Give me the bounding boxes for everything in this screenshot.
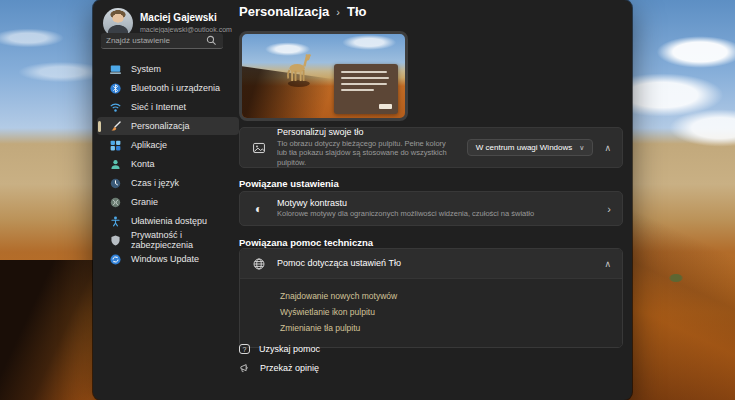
sidebar-item-accessibility[interactable]: Ułatwienia dostępu — [97, 212, 239, 230]
sidebar-item-gaming[interactable]: Granie — [97, 193, 239, 211]
desktop-wallpaper-bush — [669, 274, 683, 282]
sidebar-item-label: Personalizacja — [131, 121, 190, 131]
privacy-icon — [109, 234, 122, 247]
breadcrumb: Personalizacja › Tło — [239, 4, 367, 19]
collapse-chevron-icon[interactable]: ∧ — [604, 143, 611, 153]
gaming-icon — [109, 196, 122, 209]
help-link-find-themes[interactable]: Znajdowanie nowych motywów — [280, 291, 610, 301]
sidebar-item-personalization[interactable]: Personalizacja — [97, 117, 239, 135]
breadcrumb-separator-icon: › — [336, 6, 340, 18]
help-bubble-icon: ? — [239, 344, 250, 354]
help-card-title: Pomoc dotycząca ustawień Tło — [277, 258, 593, 270]
search-box[interactable] — [101, 33, 223, 49]
sidebar-item-bluetooth[interactable]: Bluetooth i urządzenia — [97, 79, 239, 97]
sidebar-item-system[interactable]: System — [97, 60, 239, 78]
collapse-chevron-icon[interactable]: ∧ — [604, 259, 611, 269]
help-link-change-background[interactable]: Zmienianie tła pulpitu — [280, 323, 610, 333]
search-input[interactable] — [106, 36, 201, 45]
time-language-icon — [109, 177, 122, 190]
sidebar-item-windows-update[interactable]: Windows Update — [97, 250, 239, 268]
background-type-dropdown[interactable]: W centrum uwagi Windows ∨ — [467, 139, 594, 156]
sidebar-item-label: System — [131, 64, 161, 74]
settings-window: Maciej Gajewski maciejgajewski@outlook.c… — [93, 0, 632, 400]
sidebar-nav: System Bluetooth i urządzenia Sieć i Int… — [97, 60, 239, 269]
profile-name: Maciej Gajewski — [140, 12, 232, 25]
sidebar-item-label: Windows Update — [131, 254, 199, 264]
preview-window-card — [334, 64, 398, 114]
background-preview — [239, 31, 408, 121]
sidebar-item-label: Prywatność i zabezpieczenia — [131, 230, 239, 250]
megaphone-icon — [239, 362, 251, 374]
chevron-down-icon: ∨ — [579, 144, 584, 152]
personalize-background-card: Personalizuj swoje tło Tło obrazu dotycz… — [239, 127, 623, 168]
help-card: Pomoc dotycząca ustawień Tło ∧ Znajdowan… — [239, 248, 623, 348]
sidebar-item-label: Granie — [131, 197, 158, 207]
photo-icon — [251, 141, 266, 155]
sidebar-item-accounts[interactable]: Konta — [97, 155, 239, 173]
sidebar-item-label: Ułatwienia dostępu — [131, 216, 207, 226]
sidebar-item-time-language[interactable]: Czas i język — [97, 174, 239, 192]
background-card-description: Tło obrazu dotyczy bieżącego pulpitu. Pe… — [277, 139, 456, 168]
help-links: Znajdowanie nowych motywów Wyświetlanie … — [240, 278, 622, 347]
contrast-card-title: Motywy kontrastu — [277, 198, 596, 210]
get-help-label: Uzyskaj pomoc — [259, 344, 320, 354]
network-icon — [109, 101, 122, 114]
sidebar-item-label: Aplikacje — [131, 140, 167, 150]
search-icon — [205, 34, 218, 47]
get-help-link[interactable]: ? Uzyskaj pomoc — [239, 344, 320, 354]
breadcrumb-parent[interactable]: Personalizacja — [239, 4, 329, 19]
globe-icon — [251, 257, 266, 271]
related-settings-heading: Powiązane ustawienia — [239, 178, 339, 189]
personalization-icon — [109, 120, 122, 133]
system-icon — [109, 63, 122, 76]
cheetah-image — [281, 44, 315, 96]
bluetooth-icon — [109, 82, 122, 95]
feedback-label: Przekaż opinię — [260, 363, 319, 373]
chevron-right-icon: › — [607, 203, 611, 215]
sidebar-item-apps[interactable]: Aplikacje — [97, 136, 239, 154]
sidebar-item-label: Bluetooth i urządzenia — [131, 83, 220, 93]
contrast-themes-card[interactable]: ◐ Motywy kontrastu Kolorowe motywy dla o… — [239, 191, 623, 226]
sidebar-item-label: Czas i język — [131, 178, 179, 188]
sidebar-item-label: Sieć i Internet — [131, 102, 186, 112]
page-title: Tło — [347, 4, 367, 19]
background-card-title: Personalizuj swoje tło — [277, 127, 456, 139]
support-heading: Powiązana pomoc techniczna — [239, 237, 373, 248]
accounts-icon — [109, 158, 122, 171]
apps-icon — [109, 139, 122, 152]
sidebar-item-network[interactable]: Sieć i Internet — [97, 98, 239, 116]
dropdown-value: W centrum uwagi Windows — [476, 143, 572, 152]
preview-window-button — [379, 104, 392, 109]
feedback-link[interactable]: Przekaż opinię — [239, 362, 319, 374]
accessibility-icon — [109, 215, 122, 228]
help-link-desktop-icons[interactable]: Wyświetlanie ikon pulpitu — [280, 307, 610, 317]
contrast-card-description: Kolorowe motywy dla ograniczonych możliw… — [277, 209, 596, 219]
sidebar-item-privacy[interactable]: Prywatność i zabezpieczenia — [97, 231, 239, 249]
settings-content: Personalizacja › Tło — [238, 0, 628, 400]
sidebar-item-label: Konta — [131, 159, 155, 169]
windows-update-icon — [109, 253, 122, 266]
desktop-wallpaper-right-dune — [615, 190, 735, 400]
settings-sidebar: Maciej Gajewski maciejgajewski@outlook.c… — [93, 0, 243, 400]
help-card-header[interactable]: Pomoc dotycząca ustawień Tło ∧ — [240, 249, 622, 278]
profile-text: Maciej Gajewski maciejgajewski@outlook.c… — [140, 12, 232, 34]
contrast-icon: ◐ — [251, 202, 266, 216]
